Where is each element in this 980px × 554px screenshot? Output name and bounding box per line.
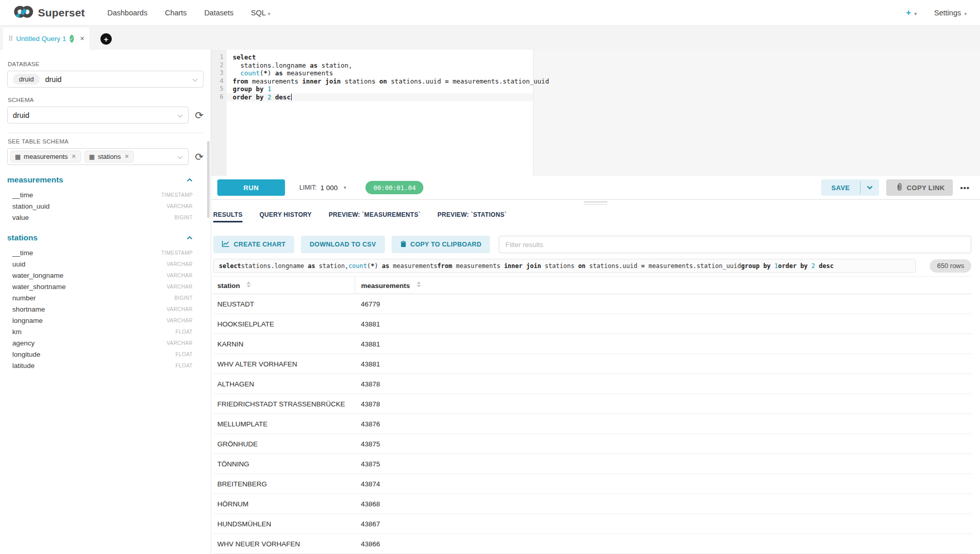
schema-column-row[interactable]: latitudeFLOAT [7, 360, 203, 371]
text-cursor [291, 94, 292, 100]
save-button[interactable]: SAVE [821, 179, 860, 196]
schema-value: druid [13, 111, 29, 119]
remove-table-icon[interactable]: ✕ [125, 153, 129, 160]
schema-section-header[interactable]: measurements [7, 175, 203, 184]
database-select[interactable]: druid druid [7, 71, 203, 88]
column-header-station[interactable]: station [213, 277, 355, 294]
schema-column-row[interactable]: agencyVARCHAR [7, 337, 203, 348]
results-tabs: RESULTSQUERY HISTORYPREVIEW: `MEASUREMEN… [213, 207, 971, 222]
query-tabbar: ⠿ Untitled Query 1 ✓ ✕ + [0, 26, 980, 50]
filter-results-input[interactable] [499, 236, 971, 253]
code-line-6[interactable]: order by 2 desc [233, 93, 980, 101]
table-row[interactable]: TÖNNING43875 [213, 454, 971, 474]
nav-sql-menu[interactable]: SQL▾ [251, 9, 271, 17]
schema-column-row[interactable]: kmFLOAT [7, 326, 203, 337]
close-tab-icon[interactable]: ✕ [80, 35, 85, 42]
save-split-button[interactable]: SAVE [821, 179, 879, 196]
schema-label: SCHEMA [8, 97, 203, 103]
table-row[interactable]: WHV ALTER VORHAFEN43881 [213, 354, 971, 374]
table-row[interactable]: ALTHAGEN43878 [213, 374, 971, 394]
copy-link-button[interactable]: COPY LINK [886, 179, 953, 196]
table-row[interactable]: HOOKSIELPLATE43881 [213, 314, 971, 334]
save-dropdown-button[interactable] [861, 179, 879, 196]
results-tab-preview-stations[interactable]: PREVIEW: `STATIONS` [438, 207, 507, 222]
refresh-schemas-icon[interactable]: ⟳ [195, 110, 203, 120]
refresh-tables-icon[interactable]: ⟳ [195, 152, 203, 162]
schema-column-row[interactable]: uuidVARCHAR [7, 258, 203, 270]
schema-section-stations: stations__timeTIMESTAMPuuidVARCHARwater_… [7, 233, 203, 371]
editor-code[interactable]: select stations.longname as station, cou… [227, 50, 980, 176]
schema-column-row[interactable]: numberBIGINT [7, 292, 203, 303]
schema-column-row[interactable]: longnameVARCHAR [7, 315, 203, 326]
nav-dashboards[interactable]: Dashboards [107, 9, 147, 17]
drag-handle-icon[interactable]: ⠿ [8, 35, 13, 42]
divider [8, 133, 203, 133]
schema-column-row[interactable]: water_longnameVARCHAR [7, 270, 203, 281]
schema-column-row[interactable]: station_uuidVARCHAR [7, 200, 203, 212]
query-tab-active[interactable]: ⠿ Untitled Query 1 ✓ ✕ [3, 28, 89, 50]
code-line-3[interactable]: count(*) as measurements [233, 69, 980, 77]
database-value: druid [45, 75, 62, 84]
table-row[interactable]: HÖRNUM43868 [213, 494, 971, 514]
new-item-menu[interactable]: + ▾ [906, 8, 917, 18]
schema-column-row[interactable]: __timeTIMESTAMP [7, 247, 203, 258]
tables-label: SEE TABLE SCHEMA [8, 138, 203, 145]
chevron-down-icon [177, 111, 183, 120]
limit-dropdown[interactable]: LIMIT: 1 000 ▾ [299, 184, 346, 192]
nav-charts[interactable]: Charts [165, 9, 187, 17]
sidebar-scrollbar[interactable] [207, 141, 210, 218]
nav-datasets[interactable]: Datasets [204, 9, 233, 17]
code-line-2[interactable]: stations.longname as station, [233, 61, 980, 70]
table-row[interactable]: MELLUMPLATE43876 [213, 414, 971, 434]
copy-clipboard-button[interactable]: COPY TO CLIPBOARD [392, 236, 491, 253]
pane-resize-handle[interactable] [211, 200, 980, 206]
remove-table-icon[interactable]: ✕ [71, 153, 76, 160]
schema-section-header[interactable]: stations [7, 233, 203, 242]
sqllab-sidebar: DATABASE druid druid SCHEMA druid ⟳ [0, 50, 211, 554]
run-button[interactable]: RUN [217, 179, 285, 196]
create-chart-button[interactable]: CREATE CHART [213, 236, 294, 253]
table-row[interactable]: FRIEDRICHSTADT STRASSENBRÜCKE43878 [213, 394, 971, 414]
results-tab-results[interactable]: RESULTS [213, 207, 242, 222]
table-row[interactable]: HUNDSMÜHLEN43867 [213, 514, 971, 534]
table-pill-stations[interactable]: ▦stations✕ [85, 151, 134, 162]
limit-label: LIMIT: [299, 184, 317, 191]
chart-icon [222, 240, 230, 249]
editor-toolbar: RUN LIMIT: 1 000 ▾ 00:00:01.04 SAVE [211, 176, 980, 200]
results-tab-preview-measurements[interactable]: PREVIEW: `MEASUREMENTS` [329, 207, 420, 222]
code-line-1[interactable]: select [233, 53, 980, 61]
code-line-4[interactable]: from measurements inner join stations on… [233, 77, 980, 86]
table-row[interactable]: NEUSTADT46779 [213, 294, 971, 314]
code-line-5[interactable]: group by 1 [233, 85, 980, 93]
table-row[interactable]: KARNIN43881 [213, 334, 971, 354]
results-tab-query-history[interactable]: QUERY HISTORY [259, 207, 312, 222]
table-schema-select[interactable]: ▦measurements✕▦stations✕ [7, 148, 189, 165]
column-header-measurements[interactable]: measurements [355, 277, 971, 294]
download-csv-button[interactable]: DOWNLOAD TO CSV [301, 236, 384, 253]
settings-menu[interactable]: Settings ▾ [934, 9, 967, 17]
results-header-row: station measurements [213, 277, 971, 294]
results-actions: CREATE CHART DOWNLOAD TO CSV COPY TO CLI… [213, 236, 971, 253]
results-pane: RESULTSQUERY HISTORYPREVIEW: `MEASUREMEN… [211, 206, 980, 554]
more-actions-button[interactable]: ••• [960, 183, 970, 192]
table-row[interactable]: GRÖNHUDE43875 [213, 434, 971, 454]
database-type-pill: druid [13, 74, 40, 85]
table-row[interactable]: WHV NEUER VORHAFEN43866 [213, 534, 971, 554]
schema-select[interactable]: druid [7, 107, 189, 124]
schema-column-row[interactable]: shortnameVARCHAR [7, 303, 203, 315]
schema-column-row[interactable]: water_shortnameVARCHAR [7, 281, 203, 292]
table-pill-measurements[interactable]: ▦measurements✕ [10, 151, 81, 162]
add-query-tab-button[interactable]: + [100, 33, 112, 45]
sort-icon[interactable] [417, 281, 421, 288]
sort-icon[interactable] [247, 281, 251, 288]
sql-editor[interactable]: 123456 select stations.longname as stati… [211, 50, 980, 176]
schema-column-row[interactable]: __timeTIMESTAMP [7, 189, 203, 200]
schema-column-row[interactable]: valueBIGINT [7, 212, 203, 223]
schema-column-row[interactable]: longitudeFLOAT [7, 348, 203, 360]
table-grid-icon: ▦ [89, 153, 95, 160]
superset-logo[interactable]: Superset [13, 4, 85, 22]
query-tab-label: Untitled Query 1 [16, 35, 67, 43]
database-label: DATABASE [8, 61, 203, 67]
table-row[interactable]: BREITENBERG43874 [213, 474, 971, 494]
row-count-badge: 650 rows [930, 259, 971, 273]
